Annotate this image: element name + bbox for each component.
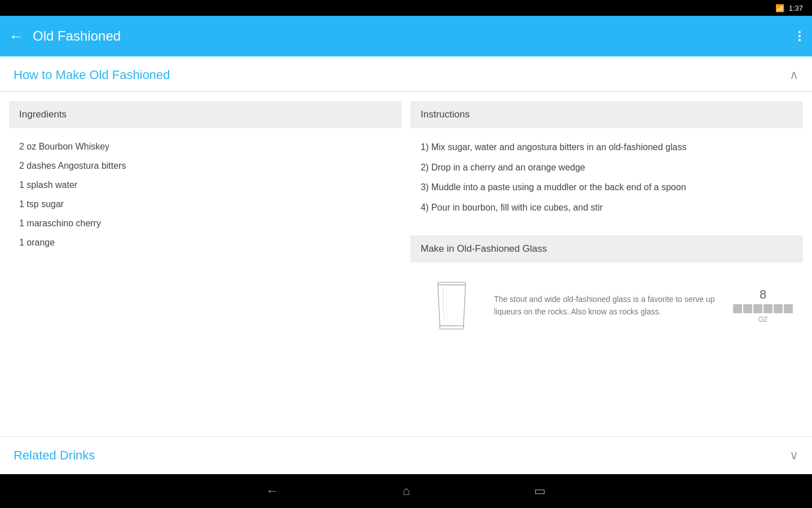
nav-recent-icon[interactable]: ▭	[534, 484, 546, 498]
instructions-body: 1) Mix sugar, water and angostura bitter…	[411, 128, 803, 226]
star-6	[784, 304, 793, 313]
list-item: 3) Muddle into a paste using a muddler o…	[421, 177, 793, 198]
star-3	[753, 304, 762, 313]
list-item: 2 dashes Angostura bitters	[19, 156, 391, 176]
app-bar: ← Old Fashioned	[0, 16, 812, 56]
related-drinks-section[interactable]: Related Drinks ∨	[0, 436, 812, 474]
ingredients-column: Ingredients 2 oz Bourbon Whiskey2 dashes…	[9, 101, 401, 427]
how-to-make-title: How to Make Old Fashioned	[14, 68, 170, 82]
list-item: 2 oz Bourbon Whiskey	[19, 137, 391, 156]
ingredients-header: Ingredients	[9, 101, 401, 128]
star-4	[764, 304, 773, 313]
more-dot-1	[798, 31, 801, 33]
back-icon: ←	[9, 28, 24, 45]
rating-number: 8	[760, 287, 766, 302]
glass-header: Make in Old-Fashioned Glass	[411, 235, 803, 262]
app-bar-title: Old Fashioned	[33, 28, 796, 44]
svg-line-2	[443, 288, 444, 321]
status-time: 1:37	[789, 4, 803, 12]
nav-home-icon[interactable]: ⌂	[403, 484, 410, 498]
list-item: 4) Pour in bourbon, fill with ice cubes,…	[421, 198, 793, 218]
glass-description: The stout and wide old-fashioned glass i…	[494, 293, 722, 318]
rating-label: oz	[758, 316, 768, 323]
more-dot-2	[798, 35, 801, 37]
list-item: 2) Drop in a cherry and an orange wedge	[421, 157, 793, 178]
glass-card: Make in Old-Fashioned Glass	[411, 235, 803, 348]
list-item: 1 maraschino cherry	[19, 214, 391, 233]
more-dot-3	[798, 39, 801, 41]
recipe-columns: Ingredients 2 oz Bourbon Whiskey2 dashes…	[0, 92, 812, 436]
star-1	[733, 304, 742, 313]
status-bar: 📶 1:37	[0, 0, 812, 16]
glass-image	[421, 271, 483, 339]
back-button[interactable]: ←	[9, 29, 24, 43]
svg-rect-0	[438, 282, 465, 285]
rating-stars	[733, 304, 793, 313]
instructions-header: Instructions	[411, 101, 803, 128]
ingredients-body: 2 oz Bourbon Whiskey2 dashes Angostura b…	[9, 128, 401, 261]
more-options-button[interactable]	[796, 29, 803, 43]
how-to-make-section[interactable]: How to Make Old Fashioned ∧	[0, 56, 812, 92]
svg-rect-1	[440, 326, 464, 329]
instructions-card: Instructions 1) Mix sugar, water and ang…	[411, 101, 803, 226]
expand-icon: ∨	[789, 448, 798, 463]
instructions-column: Instructions 1) Mix sugar, water and ang…	[411, 101, 803, 427]
ingredients-card: Ingredients 2 oz Bourbon Whiskey2 dashes…	[9, 101, 401, 261]
main-content: How to Make Old Fashioned ∧ Ingredients …	[0, 56, 812, 474]
list-item: 1 tsp sugar	[19, 195, 391, 214]
star-5	[774, 304, 783, 313]
nav-back-icon[interactable]: ←	[266, 484, 279, 498]
list-item: 1 splash water	[19, 176, 391, 195]
svg-line-3	[446, 288, 447, 321]
glass-rating: 8 oz	[733, 287, 793, 323]
star-2	[743, 304, 752, 313]
related-drinks-title: Related Drinks	[14, 448, 95, 463]
collapse-icon: ∧	[789, 68, 798, 82]
list-item: 1 orange	[19, 233, 391, 252]
wifi-icon: 📶	[775, 4, 784, 12]
list-item: 1) Mix sugar, water and angostura bitter…	[421, 137, 793, 157]
glass-card-body: The stout and wide old-fashioned glass i…	[411, 262, 803, 348]
nav-bar: ← ⌂ ▭	[0, 474, 812, 508]
